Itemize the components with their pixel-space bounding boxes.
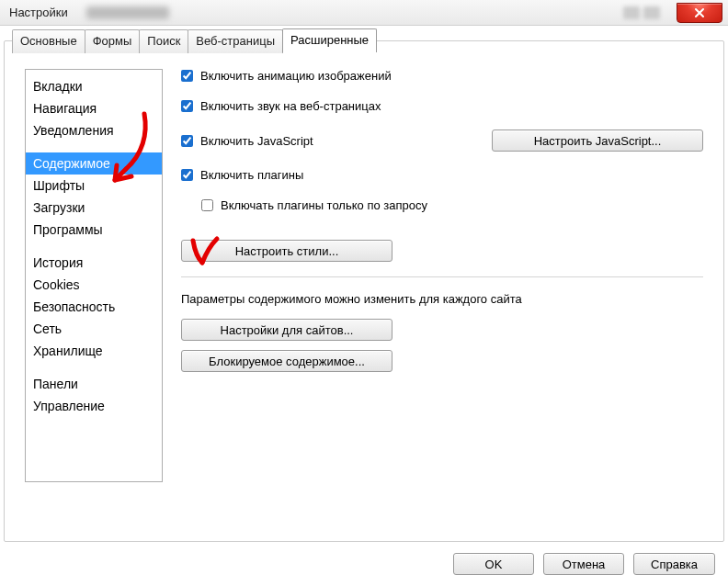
configure-javascript-button[interactable]: Настроить JavaScript...: [492, 130, 703, 152]
category-item[interactable]: Управление: [26, 395, 162, 417]
category-item[interactable]: Cookies: [26, 274, 162, 296]
checkbox-enable-image-animation[interactable]: Включить анимацию изображений: [181, 69, 392, 83]
separator: [181, 276, 703, 277]
cancel-button[interactable]: Отмена: [543, 553, 624, 575]
checkbox-input[interactable]: [181, 70, 193, 82]
per-site-text: Параметры содержимого можно изменить для…: [181, 292, 703, 306]
category-item[interactable]: Навигация: [26, 97, 162, 119]
window-title: Настройки: [9, 6, 68, 19]
checkbox-input[interactable]: [201, 199, 213, 211]
tab-basic[interactable]: Основные: [12, 29, 85, 53]
checkbox-input[interactable]: [181, 100, 193, 112]
category-item[interactable]: Программы: [26, 219, 162, 241]
category-item[interactable]: Загрузки: [26, 197, 162, 219]
checkbox-input[interactable]: [181, 169, 193, 181]
configure-styles-button[interactable]: Настроить стили...: [181, 240, 392, 262]
tab-search[interactable]: Поиск: [139, 29, 188, 53]
checkbox-input[interactable]: [181, 135, 193, 147]
checkbox-enable-javascript[interactable]: Включить JavaScript: [181, 134, 313, 148]
checkbox-enable-sound[interactable]: Включить звук на веб-страницах: [181, 99, 381, 113]
settings-pane: Включить анимацию изображений Включить з…: [163, 69, 703, 523]
blurred-area: [86, 6, 169, 19]
site-settings-button[interactable]: Настройки для сайтов...: [181, 319, 392, 341]
tab-webpages[interactable]: Веб-страницы: [188, 29, 283, 53]
dialog-footer: OK Отмена Справка: [453, 553, 715, 575]
checkbox-enable-plugins[interactable]: Включить плагины: [181, 168, 303, 182]
category-item[interactable]: Уведомления: [26, 119, 162, 141]
ok-button[interactable]: OK: [453, 553, 534, 575]
category-item[interactable]: История: [26, 252, 162, 274]
help-button[interactable]: Справка: [633, 553, 715, 575]
tabs-row: Основные Формы Поиск Веб-страницы Расшир…: [12, 28, 376, 52]
checkbox-plugins-on-demand[interactable]: Включать плагины только по запросу: [201, 198, 427, 212]
category-item[interactable]: Безопасность: [26, 296, 162, 318]
blocked-content-button[interactable]: Блокируемое содержимое...: [181, 350, 392, 372]
category-item-content[interactable]: Содержимое: [26, 152, 162, 175]
window-buttons-blurred: [623, 6, 660, 19]
close-icon: [694, 7, 705, 18]
category-item[interactable]: Сеть: [26, 318, 162, 340]
window-titlebar: Настройки: [0, 0, 728, 26]
window-close-button[interactable]: [677, 3, 722, 23]
tab-advanced[interactable]: Расширенные: [282, 28, 377, 52]
category-item[interactable]: Хранилище: [26, 340, 162, 362]
tab-forms[interactable]: Формы: [85, 29, 141, 53]
category-item[interactable]: Шрифты: [26, 175, 162, 197]
category-item[interactable]: Вкладки: [26, 75, 162, 97]
category-listbox[interactable]: Вкладки Навигация Уведомления Содержимое…: [25, 69, 163, 482]
category-item[interactable]: Панели: [26, 373, 162, 395]
